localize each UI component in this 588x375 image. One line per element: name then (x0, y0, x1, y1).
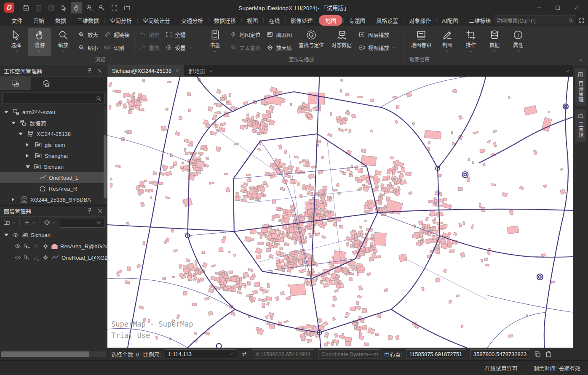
menu-tab-6[interactable]: 交通分析 (176, 16, 208, 25)
visibility-eye-icon[interactable] (12, 231, 19, 238)
expander-icon[interactable] (26, 165, 30, 168)
redo-button[interactable]: 重做 (139, 43, 160, 52)
workspace-search-input[interactable] (2, 93, 105, 104)
layer-group-row[interactable]: Sichuan (0, 229, 107, 241)
tree-row-PGIS244_54320_postgis[interactable]: PGIS244_54320_postgis (0, 205, 107, 205)
layer-play-button[interactable]: 图层播放 (358, 30, 397, 39)
swap-coordinates-icon[interactable] (241, 351, 248, 358)
close-button[interactable] (567, 1, 585, 14)
expander-icon[interactable] (4, 111, 8, 113)
menu-tab-16[interactable]: 二维标绘 (464, 16, 497, 25)
zoom-tool-button[interactable]: 缩放 (51, 28, 75, 56)
layer-row-OneRoad_L@XG244-25138[interactable]: OneRoad_L@XG244-25138 (0, 252, 107, 263)
editable-icon[interactable] (33, 254, 40, 261)
text-find-button[interactable]: 文本查找 (230, 43, 261, 52)
select-tool-button[interactable]: 选择 (4, 28, 28, 56)
search-icon[interactable] (568, 18, 573, 23)
snapable-icon[interactable] (42, 254, 49, 261)
menu-tab-4[interactable]: 空间分析 (104, 16, 137, 25)
menu-tab-15[interactable]: AI配图 (436, 16, 463, 25)
zoom-in-button[interactable]: 放大 (78, 30, 98, 39)
menu-tab-5[interactable]: 空间统计分 (137, 16, 176, 25)
pan-tool-button[interactable]: 漫游 (28, 28, 51, 56)
snapable-icon[interactable] (42, 243, 49, 250)
function-search-box[interactable]: 功能搜索(Ctrl+F) (494, 16, 576, 25)
menu-tab-1[interactable]: 开始 (28, 16, 50, 25)
undo-button[interactable]: 撤销 (139, 30, 160, 39)
workspace-tree-tab[interactable] (0, 77, 31, 90)
menu-tab-9[interactable]: 在线 (263, 16, 285, 25)
find-and-locate-button[interactable]: 查找与定位 (295, 28, 328, 56)
catalog-manager-tab[interactable]: 目录管理 (575, 68, 586, 106)
add-layer-button[interactable] (22, 218, 37, 227)
pin-icon[interactable] (86, 67, 93, 74)
close-tab-icon[interactable] (209, 69, 213, 73)
zoom-out-icon[interactable] (96, 2, 107, 13)
pin-icon[interactable] (86, 207, 93, 214)
menu-tab-7[interactable]: 数据迁移 (208, 16, 241, 25)
zoom-out-button[interactable]: 缩小 (78, 43, 98, 52)
copy-icon[interactable] (534, 351, 541, 358)
close-tab-icon[interactable] (175, 69, 179, 73)
expander-icon[interactable] (11, 122, 16, 124)
bookmark-button[interactable]: 书签 (203, 28, 227, 56)
center-x-field[interactable]: 11585875.691872751 (406, 349, 466, 359)
menu-tab-13[interactable]: 风格设置 (371, 16, 404, 25)
scale-select[interactable]: 1:114,113 (165, 349, 237, 359)
data-button[interactable]: 数据 (483, 28, 506, 56)
close-icon[interactable] (96, 207, 103, 214)
overview-map-button[interactable]: 鹰眼图 (267, 30, 292, 39)
vertical-scrollbar-thumb[interactable] (104, 135, 107, 198)
menu-tab-0[interactable]: 文件 (6, 16, 28, 25)
new-layer-group-button[interactable] (2, 218, 17, 227)
expander-icon[interactable] (4, 234, 8, 236)
center-y-field[interactable]: 3587800.5478732823 (470, 349, 530, 359)
layer-style-button[interactable] (43, 218, 57, 227)
full-extent-button[interactable]: 全幅 (166, 30, 193, 39)
expander-icon[interactable] (26, 154, 30, 157)
magnifier-button[interactable]: 放大镜 (267, 43, 292, 52)
pan-icon[interactable] (71, 2, 82, 13)
identify-button[interactable]: 识别 (104, 43, 130, 52)
previous-view-icon[interactable] (33, 2, 44, 13)
hyperlink-button[interactable]: 超链接 (104, 30, 130, 39)
horizontal-scrollbar-thumb[interactable] (1, 351, 89, 357)
document-tab-起始页[interactable]: 起始页 (184, 65, 218, 76)
video-play-button[interactable]: 视频播放 (358, 43, 397, 52)
zoom-in-icon[interactable] (83, 2, 95, 13)
coordinate-system-field[interactable]: Coordinate System---m (318, 349, 380, 359)
full-extent-icon[interactable] (109, 2, 120, 13)
datasource-view-tab[interactable] (31, 77, 61, 90)
expand-search-icon[interactable] (578, 17, 585, 24)
tree-row-XG244_25138_SYSDBA[interactable]: XG244_25138_SYSDBA (0, 194, 107, 205)
map-curtain-button[interactable]: 地图卷帘 (407, 28, 436, 56)
close-icon[interactable] (96, 67, 103, 74)
paste-icon[interactable] (545, 351, 552, 358)
save-icon[interactable] (20, 2, 32, 13)
selectable-icon[interactable] (24, 254, 30, 261)
tree-row-Shanghai[interactable]: Shanghai (0, 150, 107, 161)
visibility-eye-icon[interactable] (14, 243, 21, 250)
minimize-button[interactable] (530, 1, 548, 14)
map-locate-button[interactable]: 地图定位 (230, 30, 261, 39)
tab-list-button[interactable] (561, 65, 573, 76)
layer-row-ResArea_R@XG244-25138[interactable]: ResArea_R@XG244-25138 (0, 241, 107, 252)
tree-row-OneRoad_L[interactable]: OneRoad_L (0, 172, 107, 183)
collapse-ribbon-icon[interactable] (577, 57, 584, 64)
maximize-button[interactable] (548, 1, 567, 14)
expander-icon[interactable] (19, 133, 23, 135)
menu-tab-2[interactable]: 数据 (50, 16, 72, 25)
toolbox-tab[interactable]: 工具箱 (575, 109, 586, 142)
mouse-x-field[interactable]: X:11586026.65414904 (252, 349, 314, 359)
tree-row-ResArea_R[interactable]: ResArea_R (0, 183, 107, 194)
select-icon[interactable] (58, 2, 69, 13)
folder-icon[interactable] (121, 2, 133, 13)
expander-icon[interactable] (26, 143, 30, 146)
map-canvas[interactable]: SuperMap - SuperMap Trial Use (107, 77, 573, 348)
menu-tab-8[interactable]: 视图 (241, 16, 263, 25)
expander-icon[interactable] (12, 198, 16, 201)
menu-tab-3[interactable]: 三维数据 (72, 16, 104, 25)
settings-button[interactable]: 设置 (166, 43, 193, 52)
attribute-button[interactable]: 属性 (506, 28, 530, 56)
tree-row-XG244-25138[interactable]: XG244-25138 (0, 128, 107, 139)
